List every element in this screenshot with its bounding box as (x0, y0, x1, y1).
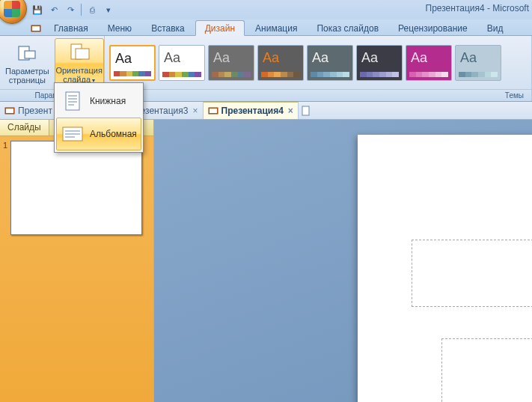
theme-accent-strip (261, 72, 300, 77)
doc-tab-4-label: Презентация4 (221, 106, 284, 116)
orientation-portrait-item[interactable]: Книжная (56, 85, 141, 118)
theme-swatch[interactable]: Aa (356, 45, 403, 81)
doc-tab-1[interactable]: Презент (0, 102, 58, 119)
svg-rect-5 (76, 49, 89, 59)
separator (81, 4, 82, 16)
slides-tab[interactable]: Слайды (0, 120, 49, 135)
quick-access-toolbar: 💾 ↶ ↷ ⎙ ▾ (31, 4, 114, 16)
qat-dropdown-icon[interactable]: ▾ (103, 4, 114, 16)
thumbnails-area: 1 (0, 136, 153, 402)
slide-stage: Заго Под (154, 120, 532, 402)
title-bar: 💾 ↶ ↷ ⎙ ▾ Презентация4 - Microsoft (0, 0, 532, 19)
print-icon[interactable]: ⎙ (86, 4, 98, 16)
theme-swatch[interactable]: Aa (208, 45, 254, 81)
theme-preview-text: Aa (361, 50, 378, 66)
theme-accent-strip (212, 72, 251, 77)
doc-tab-1-label: Презент (18, 106, 52, 116)
theme-accent-strip (409, 72, 448, 77)
svg-rect-6 (66, 92, 79, 110)
tab-menu[interactable]: Меню (99, 21, 141, 35)
slide-thumbnail[interactable] (10, 141, 142, 235)
theme-swatch[interactable]: Aa (307, 45, 353, 81)
svg-rect-3 (25, 51, 35, 58)
theme-preview-text: Aa (263, 50, 279, 66)
new-document-button[interactable] (299, 102, 314, 119)
subtitle-placeholder[interactable]: Под (441, 338, 532, 402)
theme-swatch[interactable]: Aa (455, 45, 501, 81)
theme-preview-text: Aa (411, 50, 427, 66)
close-icon[interactable]: × (192, 106, 198, 116)
group-label-themes: Темы (105, 89, 531, 101)
portrait-icon (61, 90, 84, 112)
theme-preview-text: Aa (312, 50, 328, 66)
redo-icon[interactable]: ↷ (64, 4, 76, 16)
orientation-label-1: Ориентация (55, 66, 102, 75)
theme-preview-text: Aa (460, 50, 477, 66)
tab-home[interactable]: Главная (45, 21, 97, 35)
window-title: Презентация4 - Microsoft (426, 3, 530, 13)
close-icon[interactable]: × (288, 106, 293, 116)
page-setup-icon (15, 41, 39, 65)
orientation-dropdown: Книжная Альбомная (54, 82, 144, 153)
theme-swatch[interactable]: Aa (109, 45, 156, 81)
save-icon[interactable]: 💾 (31, 4, 43, 16)
svg-rect-16 (6, 109, 13, 113)
group-themes: AaAaAaAaAaAaAaAa Темы (105, 36, 532, 101)
slides-panel: Слайды 1 (0, 120, 154, 402)
orientation-landscape-label: Альбомная (90, 129, 137, 139)
theme-preview-text: Aa (213, 50, 230, 66)
svg-rect-1 (32, 26, 40, 31)
theme-accent-strip (114, 71, 151, 76)
workspace: Слайды 1 Заго Под (0, 120, 532, 402)
theme-preview-text: Aa (115, 51, 132, 67)
page-setup-label-2: страницы (9, 76, 46, 85)
themes-gallery: AaAaAaAaAaAaAaAa (108, 42, 503, 84)
tab-insert[interactable]: Вставка (142, 21, 194, 35)
theme-swatch[interactable]: Aa (406, 45, 452, 81)
new-document-icon (301, 106, 311, 116)
slide-orientation-button[interactable]: Ориентация слайда▾ (55, 38, 104, 88)
tab-design[interactable]: Дизайн (195, 20, 245, 36)
theme-accent-strip (459, 72, 498, 77)
svg-rect-20 (210, 109, 217, 113)
svg-rect-21 (302, 106, 309, 115)
slide-canvas[interactable]: Заго Под (358, 135, 532, 402)
page-setup-button[interactable]: Параметры страницы (3, 38, 52, 88)
theme-swatch[interactable]: Aa (257, 45, 304, 81)
system-tab[interactable] (28, 22, 43, 35)
slide-number: 1 (3, 141, 7, 150)
landscape-icon (61, 123, 84, 145)
undo-icon[interactable]: ↶ (48, 4, 60, 16)
doc-tab-4[interactable]: Презентация4 × (204, 102, 299, 119)
theme-swatch[interactable]: Aa (159, 45, 205, 81)
orientation-landscape-item[interactable]: Альбомная (56, 118, 141, 150)
tab-review[interactable]: Рецензирование (389, 21, 477, 35)
tab-slideshow[interactable]: Показ слайдов (308, 21, 388, 35)
title-placeholder[interactable]: Заго (412, 240, 532, 307)
theme-preview-text: Aa (164, 50, 180, 66)
theme-accent-strip (162, 72, 201, 77)
theme-accent-strip (311, 72, 349, 77)
tab-view[interactable]: Вид (478, 21, 513, 35)
presentation-icon (4, 106, 15, 116)
ribbon-tabs: Главная Меню Вставка Дизайн Анимация Пок… (0, 19, 532, 36)
orientation-portrait-label: Книжная (90, 96, 126, 106)
tab-animation[interactable]: Анимация (246, 21, 306, 35)
theme-accent-strip (360, 72, 399, 77)
presentation-icon (208, 106, 218, 116)
page-setup-label-1: Параметры (5, 67, 49, 76)
orientation-icon (67, 40, 91, 64)
